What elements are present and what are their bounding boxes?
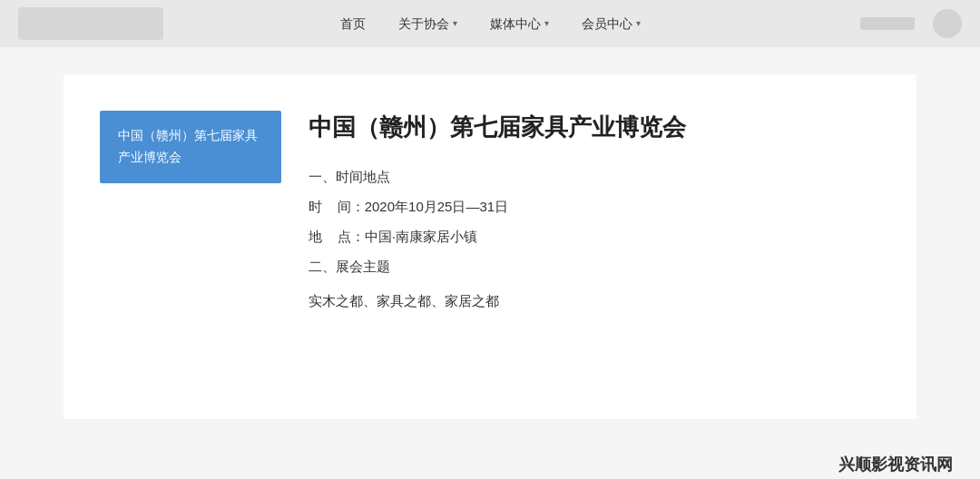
- time-label: 时 间：: [309, 199, 365, 216]
- nav-about-label: 关于协会: [398, 0, 449, 47]
- section1-heading: 一、时间地点: [309, 169, 880, 186]
- header-right-text: [860, 17, 915, 30]
- nav-home-label: 首页: [340, 0, 366, 47]
- main-content: 中国（赣州）第七届家具产业博览会 中国（赣州）第七届家具产业博览会 一、时间地点…: [64, 74, 916, 419]
- chevron-down-icon: ▾: [636, 0, 641, 47]
- section2-heading: 二、展会主题: [309, 259, 880, 276]
- article-content: 中国（赣州）第七届家具产业博览会 一、时间地点 时 间： 2020年10月25日…: [309, 111, 880, 374]
- article-title: 中国（赣州）第七届家具产业博览会: [309, 111, 880, 143]
- place-value: 中国·南康家居小镇: [365, 229, 477, 246]
- main-nav: 首页 关于协会 ▾ 媒体中心 ▾ 会员中心 ▾: [324, 0, 657, 47]
- place-row: 地 点： 中国·南康家居小镇: [309, 229, 880, 246]
- header: 首页 关于协会 ▾ 媒体中心 ▾ 会员中心 ▾: [0, 0, 980, 47]
- chevron-down-icon: ▾: [544, 0, 549, 47]
- nav-member[interactable]: 会员中心 ▾: [565, 0, 657, 47]
- nav-home[interactable]: 首页: [324, 0, 382, 47]
- footer-watermark: 兴顺影视资讯网: [0, 446, 980, 479]
- place-label: 地 点：: [309, 229, 365, 246]
- time-value: 2020年10月25日—31日: [365, 199, 508, 216]
- watermark-text: 兴顺影视资讯网: [838, 455, 953, 474]
- sidebar-item-label: 中国（赣州）第七届家具产业博览会: [118, 128, 258, 164]
- nav-media-label: 媒体中心: [490, 0, 541, 47]
- logo: [18, 7, 163, 40]
- nav-about[interactable]: 关于协会 ▾: [382, 0, 474, 47]
- nav-media[interactable]: 媒体中心 ▾: [474, 0, 565, 47]
- chevron-down-icon: ▾: [453, 0, 457, 47]
- header-right: [860, 9, 962, 38]
- time-row: 时 间： 2020年10月25日—31日: [309, 199, 880, 216]
- avatar: [933, 9, 962, 38]
- sidebar: 中国（赣州）第七届家具产业博览会: [100, 111, 281, 374]
- theme-text: 实木之都、家具之都、家居之都: [309, 288, 880, 313]
- sidebar-item-expo[interactable]: 中国（赣州）第七届家具产业博览会: [100, 111, 281, 183]
- nav-member-label: 会员中心: [582, 0, 632, 47]
